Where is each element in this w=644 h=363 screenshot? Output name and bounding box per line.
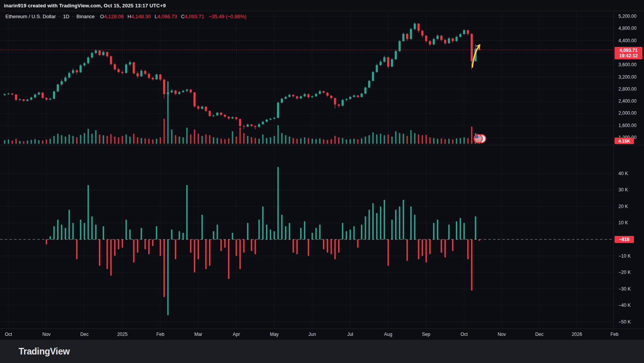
legend-separator: · — [72, 14, 74, 19]
exchange-label[interactable]: Binance — [76, 14, 95, 19]
time-tick: Jun — [308, 332, 316, 337]
delta-axis[interactable]: 40 K 30 K 20 K 10 K −10 K −20 K −30 K −4… — [618, 171, 631, 325]
time-tick: Dec — [80, 332, 88, 337]
last-price-value: 4,093.71 — [620, 48, 638, 53]
volume-badge: 4.15K — [615, 138, 634, 144]
low-value: 4,066.73 — [157, 14, 177, 19]
time-axis[interactable]: OctNovDec2025FebMarAprMayJunJulAugSepOct… — [5, 332, 618, 337]
interval-label[interactable]: 1D — [63, 14, 69, 19]
open-label: O — [100, 14, 104, 19]
time-tick: Mar — [194, 332, 202, 337]
open-value: 4,128.08 — [104, 14, 124, 19]
delta-tick: 40 K — [618, 171, 628, 176]
price-tick: 2,800.00 — [618, 86, 637, 92]
price-tick: 3,200.00 — [618, 74, 637, 80]
time-tick: Oct — [460, 332, 468, 337]
reference-lines — [0, 50, 613, 239]
volume-value: 4.15K — [618, 139, 630, 143]
last-price-badge: 4,093.71 19:42:12 — [615, 47, 642, 59]
close-value: 4,093.71 — [184, 14, 204, 19]
delta-tick: −50 K — [618, 319, 631, 325]
volume-histogram — [4, 81, 480, 144]
change-value: −35.49 (−0.86%) — [209, 14, 246, 19]
time-tick: Dec — [535, 332, 543, 337]
time-tick: Oct — [5, 332, 12, 337]
high-value: 4,148.30 — [131, 14, 151, 19]
legend: Ethereum / U.S. Dollar · 1D · Binance O4… — [5, 13, 246, 20]
delta-tick: 30 K — [618, 187, 628, 193]
delta-tick: 20 K — [618, 204, 628, 209]
close-label: C — [181, 14, 184, 19]
time-tick: Nov — [498, 332, 506, 337]
tradingview-snapshot: inarin919 created with TradingView.com, … — [0, 0, 644, 363]
time-tick: May — [270, 332, 279, 337]
footer-bar: TradingView — [0, 340, 644, 363]
time-tick: Jul — [347, 332, 353, 337]
time-tick: Sep — [422, 332, 430, 337]
time-tick: Feb — [610, 332, 618, 337]
price-tick: 1,600.00 — [618, 123, 637, 128]
time-tick: Apr — [232, 332, 240, 337]
price-tick: 2,400.00 — [618, 98, 637, 104]
volume-delta-histogram — [46, 167, 480, 315]
delta-value: −816 — [619, 237, 629, 242]
chart-canvas[interactable]: 5,200.00 4,800.00 4,400.00 3,600.00 3,20… — [0, 0, 644, 363]
ohlc-values: O4,128.08 H4,148.30 L4,066.73 C4,093.71 — [100, 14, 208, 19]
time-tick: 2026 — [572, 332, 582, 337]
price-axis[interactable]: 5,200.00 4,800.00 4,400.00 3,600.00 3,20… — [618, 14, 637, 140]
time-tick: Aug — [384, 332, 392, 337]
price-tick: 2,000.00 — [618, 110, 637, 116]
price-tick: 4,400.00 — [618, 38, 637, 43]
delta-tick: −40 K — [618, 303, 631, 308]
delta-tick: 10 K — [618, 220, 628, 225]
tradingview-wordmark[interactable]: TradingView — [19, 346, 70, 357]
price-tick: 3,600.00 — [618, 62, 637, 67]
delta-tick: −10 K — [618, 253, 631, 259]
bar-countdown: 19:42:12 — [619, 53, 638, 58]
candlestick-series — [3, 22, 480, 130]
time-tick: 2025 — [117, 332, 127, 337]
delta-tick: −20 K — [618, 270, 631, 275]
legend-separator: · — [59, 14, 60, 19]
delta-badge: −816 — [615, 236, 634, 243]
time-tick: Feb — [156, 332, 164, 337]
time-tick: Nov — [42, 332, 50, 337]
delta-tick: −30 K — [618, 286, 631, 292]
price-tick: 4,800.00 — [618, 26, 637, 31]
price-tick: 5,200.00 — [618, 14, 637, 19]
us-economic-event-icon[interactable] — [474, 134, 486, 143]
symbol-title[interactable]: Ethereum / U.S. Dollar — [5, 14, 56, 19]
